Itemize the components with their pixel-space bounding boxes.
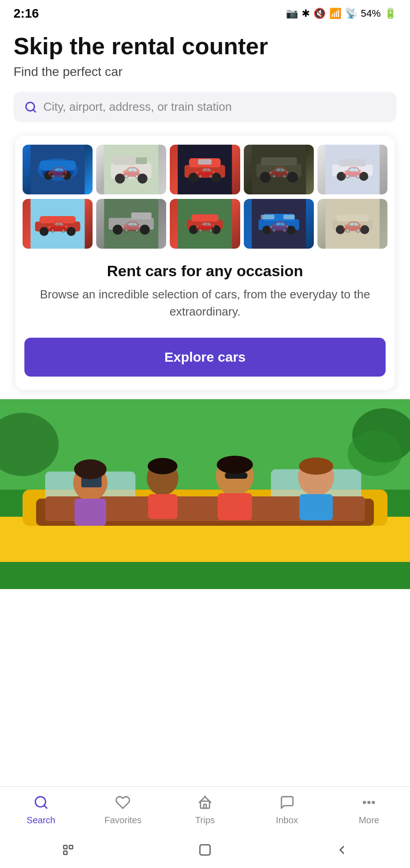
status-time: 2:16 — [14, 6, 39, 21]
android-nav-bar — [0, 832, 410, 868]
svg-point-87 — [368, 802, 370, 803]
battery-icon: 🔋 — [384, 8, 396, 19]
svg-point-78 — [299, 458, 333, 475]
nav-more-label: More — [359, 815, 379, 826]
explore-cars-button[interactable]: Explore cars — [24, 338, 386, 377]
svg-point-33 — [40, 227, 49, 236]
android-home-button[interactable] — [191, 836, 219, 863]
nav-item-trips[interactable]: Trips — [164, 793, 246, 827]
svg-point-44 — [212, 225, 221, 234]
search-placeholder-text: City, airport, address, or train station — [43, 100, 232, 114]
svg-point-13 — [138, 174, 148, 184]
svg-point-6 — [62, 171, 71, 180]
car-image-5 — [317, 145, 387, 194]
car-image-10 — [317, 199, 387, 249]
car-image-3 — [170, 145, 240, 194]
svg-rect-50 — [261, 215, 274, 219]
car-image-7 — [96, 199, 166, 249]
page-subheadline: Find the perfect car — [14, 65, 396, 79]
svg-point-88 — [373, 802, 374, 803]
svg-point-29 — [359, 172, 368, 181]
svg-rect-91 — [64, 851, 67, 855]
wifi-icon: 📶 — [329, 8, 341, 19]
car-image-1 — [23, 145, 93, 194]
nav-item-favorites[interactable]: Favorites — [82, 793, 164, 827]
svg-point-5 — [44, 171, 53, 180]
svg-point-76 — [148, 458, 177, 474]
svg-point-24 — [287, 172, 298, 183]
car-grid-row-2 — [15, 199, 395, 249]
svg-rect-71 — [218, 493, 252, 520]
svg-rect-22 — [261, 157, 297, 165]
search-bar[interactable]: City, airport, address, or train station — [14, 92, 396, 122]
svg-rect-92 — [200, 845, 210, 855]
svg-rect-89 — [64, 845, 67, 849]
car-image-9 — [244, 199, 314, 249]
bluetooth-icon: ✱ — [302, 8, 310, 19]
svg-rect-66 — [75, 499, 106, 526]
nav-more-icon — [361, 795, 377, 812]
svg-rect-27 — [339, 159, 366, 166]
svg-rect-51 — [283, 215, 294, 219]
page-headline: Skip the rental counter — [14, 33, 396, 59]
svg-point-39 — [140, 225, 150, 235]
svg-rect-7 — [40, 160, 76, 170]
svg-point-17 — [189, 173, 199, 183]
svg-point-49 — [286, 226, 295, 235]
signal-icon: 📡 — [345, 8, 357, 19]
nav-inbox-label: Inbox — [276, 815, 298, 826]
nav-item-inbox[interactable]: Inbox — [246, 793, 328, 827]
svg-rect-42 — [191, 214, 219, 222]
car-grid-row-1 — [15, 145, 395, 194]
battery-label: 54% — [361, 8, 381, 19]
status-icons: 📷 ✱ 🔇 📶 📡 54% 🔋 — [286, 8, 396, 19]
car-image-8 — [170, 199, 240, 249]
svg-point-56 — [360, 225, 369, 234]
svg-point-77 — [217, 456, 253, 474]
svg-point-18 — [211, 173, 221, 183]
svg-point-12 — [115, 174, 125, 184]
svg-rect-10 — [113, 156, 136, 165]
nav-search-label: Search — [27, 815, 55, 826]
camera-icon: 📷 — [286, 8, 298, 19]
svg-point-23 — [260, 172, 270, 183]
car-card: Rent cars for any occasion Browse an inc… — [15, 136, 395, 390]
nav-trips-label: Trips — [195, 815, 215, 826]
svg-rect-54 — [336, 215, 368, 222]
svg-rect-90 — [70, 845, 73, 849]
nav-favorites-label: Favorites — [104, 815, 141, 826]
nav-item-search[interactable]: Search — [0, 793, 82, 827]
nav-search-icon — [33, 795, 49, 812]
nav-trips-icon — [197, 795, 213, 812]
car-image-2 — [96, 145, 166, 194]
mute-icon: 🔇 — [313, 8, 326, 19]
card-description: Browse an incredible selection of cars, … — [29, 286, 381, 320]
search-icon — [24, 101, 37, 113]
svg-rect-74 — [299, 494, 333, 520]
svg-point-75 — [74, 459, 107, 479]
android-recent-button[interactable] — [55, 836, 82, 863]
nav-inbox-icon — [280, 795, 295, 812]
svg-rect-11 — [136, 157, 147, 164]
card-title: Rent cars for any occasion — [29, 262, 381, 280]
svg-point-38 — [113, 225, 123, 235]
status-bar: 2:16 📷 ✱ 🔇 📶 📡 54% 🔋 — [0, 0, 410, 24]
android-back-button[interactable] — [328, 836, 355, 863]
hero-section — [0, 399, 410, 589]
car-image-4 — [244, 145, 314, 194]
svg-point-28 — [336, 172, 345, 181]
svg-rect-32 — [40, 216, 76, 223]
svg-rect-40 — [178, 199, 232, 249]
svg-rect-37 — [131, 212, 152, 219]
svg-point-34 — [67, 227, 76, 236]
svg-point-81 — [348, 431, 402, 476]
svg-line-1 — [33, 109, 35, 112]
nav-item-more[interactable]: More — [328, 793, 410, 827]
bottom-navigation: Search Favorites Trips Inbox — [0, 786, 410, 832]
svg-point-86 — [363, 802, 365, 803]
svg-rect-69 — [148, 494, 177, 519]
svg-line-83 — [44, 806, 47, 808]
svg-rect-19 — [198, 159, 212, 165]
bottom-spacer — [0, 589, 410, 670]
main-content: Skip the rental counter Find the perfect… — [0, 24, 410, 390]
